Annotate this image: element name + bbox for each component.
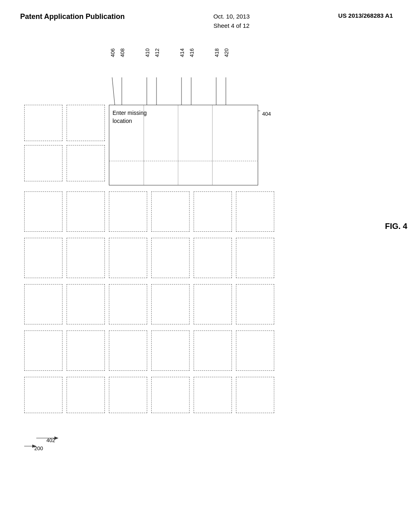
- cell-r7-c1: [24, 377, 63, 413]
- cell-r4-c6: [236, 238, 274, 278]
- cell-r4-c1: [24, 238, 63, 278]
- ref-418: 418: [214, 48, 220, 57]
- ref-408: 408: [119, 48, 125, 57]
- cell-r2-c1: [24, 145, 63, 181]
- cell-r6-c2: [67, 330, 105, 371]
- cell-r4-c4: [151, 238, 190, 278]
- figure-label: FIG. 4: [385, 222, 407, 231]
- cell-r3-c6: [236, 191, 274, 232]
- ref-200-label: 200: [34, 445, 43, 451]
- sheet-info: Oct. 10, 2013 Sheet 4 of 12: [213, 12, 250, 30]
- ref-416: 416: [189, 48, 195, 57]
- cell-r4-c2: [67, 238, 105, 278]
- cell-r5-c2: [67, 284, 105, 324]
- cell-r3-c2: [67, 191, 105, 232]
- cell-r5-c1: [24, 284, 63, 324]
- ref-406: 406: [110, 48, 116, 57]
- cell-r3-c5: [194, 191, 232, 232]
- cell-r4-c3: [109, 238, 147, 278]
- cell-r6-c6: [236, 330, 274, 371]
- svg-line-0: [112, 77, 115, 107]
- cell-r1-c2: [67, 105, 105, 141]
- diagram-area: 406 408 410 412 414 416 418 420: [24, 48, 375, 512]
- cell-r1-c1: [24, 105, 63, 141]
- cell-r5-c4: [151, 284, 190, 324]
- publication-title: Patent Application Publication: [20, 12, 125, 21]
- ref-412: 412: [154, 48, 160, 57]
- cell-r6-c1: [24, 330, 63, 371]
- cell-r2-c2: [67, 145, 105, 181]
- ref-404: 404: [262, 111, 271, 117]
- cell-r5-c3: [109, 284, 147, 324]
- cell-r5-c5: [194, 284, 232, 324]
- cell-r6-c4: [151, 330, 190, 371]
- ref-410: 410: [144, 48, 150, 57]
- dropdown-text: Enter missing location: [109, 105, 258, 129]
- cell-r7-c5: [194, 377, 232, 413]
- cell-r7-c4: [151, 377, 190, 413]
- ref-402-label: 402: [46, 437, 55, 443]
- cell-r6-c5: [194, 330, 232, 371]
- patent-number: US 2013/268283 A1: [338, 12, 393, 19]
- cell-r7-c3: [109, 377, 147, 413]
- cell-r4-c5: [194, 238, 232, 278]
- cell-r5-c6: [236, 284, 274, 324]
- cell-r3-c1: [24, 191, 63, 232]
- cell-r7-c2: [67, 377, 105, 413]
- cell-r6-c3: [109, 330, 147, 371]
- page-header: Patent Application Publication Oct. 10, …: [0, 0, 413, 30]
- cell-r7-c6: [236, 377, 274, 413]
- cell-r3-c3: [109, 191, 147, 232]
- ref-420: 420: [223, 48, 229, 57]
- cell-r3-c4: [151, 191, 190, 232]
- dropdown-expanded[interactable]: Enter missing location: [109, 105, 258, 185]
- ref-414: 414: [179, 48, 185, 57]
